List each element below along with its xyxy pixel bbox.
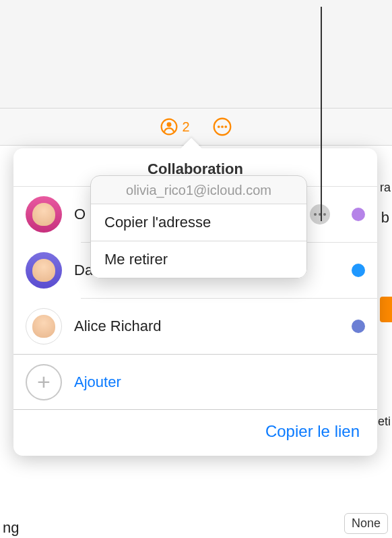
copy-address-menu-item[interactable]: Copier l'adresse: [91, 204, 306, 241]
avatar: [26, 308, 62, 345]
copy-link-button[interactable]: Copier le lien: [265, 422, 360, 441]
presence-indicator: [352, 264, 365, 277]
context-menu-header-email: olivia_rico1@icloud.com: [91, 176, 306, 204]
popover-footer: Copier le lien: [13, 409, 377, 456]
remove-me-menu-item[interactable]: Me retirer: [91, 241, 306, 278]
plus-circle-icon: +: [26, 364, 62, 400]
background-text-fragment: ng: [3, 519, 19, 537]
memoji-face-icon: [32, 203, 55, 226]
ellipsis-circle-icon: [213, 117, 232, 136]
collaboration-button[interactable]: 2: [160, 118, 189, 136]
person-circle-icon: [160, 118, 178, 136]
collaboration-count: 2: [182, 119, 189, 135]
participant-more-button[interactable]: [310, 204, 330, 225]
memoji-face-icon: [32, 315, 55, 338]
presence-indicator: [352, 208, 365, 221]
add-participant-button[interactable]: + Ajouter: [13, 354, 377, 409]
participant-context-menu: olivia_rico1@icloud.com Copier l'adresse…: [90, 175, 307, 278]
background-text-fragment: b: [381, 209, 389, 227]
callout-line: [321, 7, 322, 221]
avatar: [26, 252, 62, 289]
memoji-face-icon: [32, 259, 55, 282]
background-dropdown-none[interactable]: None: [344, 513, 388, 534]
toolbar: 2: [0, 108, 392, 146]
svg-point-5: [224, 125, 227, 128]
participant-row[interactable]: Alice Richard: [13, 299, 377, 354]
add-label: Ajouter: [74, 373, 121, 391]
more-button[interactable]: [213, 117, 232, 136]
svg-point-1: [167, 122, 172, 127]
svg-point-3: [217, 125, 220, 128]
background-text-fragment: eti: [378, 415, 391, 429]
background-text-fragment: ra: [380, 181, 391, 195]
participant-name: Alice Richard: [74, 318, 330, 335]
svg-point-4: [221, 125, 224, 128]
avatar: [26, 196, 62, 233]
presence-indicator: [352, 320, 365, 333]
background-selection-highlight: [380, 297, 392, 322]
ellipsis-icon: [314, 213, 326, 216]
